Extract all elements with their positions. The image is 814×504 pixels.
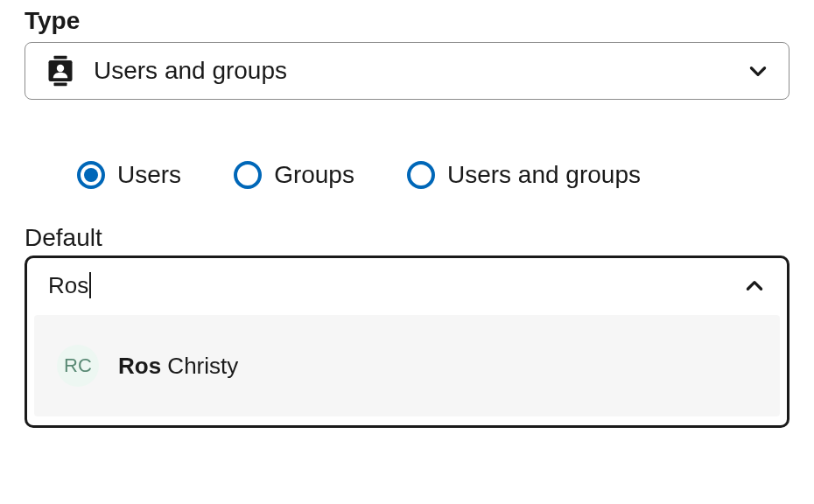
text-cursor — [89, 272, 91, 298]
type-select[interactable]: Users and groups — [25, 42, 789, 100]
radio-indicator — [77, 161, 105, 189]
radio-groups[interactable]: Groups — [234, 161, 354, 189]
radio-label-users-and-groups: Users and groups — [447, 161, 641, 189]
radio-users[interactable]: Users — [77, 161, 181, 189]
dropdown-item-name: Ros Christy — [118, 353, 238, 380]
dropdown-item[interactable]: RC Ros Christy — [48, 340, 766, 392]
radio-group: Users Groups Users and groups — [77, 161, 789, 189]
radio-users-and-groups[interactable]: Users and groups — [407, 161, 641, 189]
type-label: Type — [25, 7, 789, 35]
default-input-value: Ros — [48, 272, 88, 298]
dropdown-item-match: Ros — [118, 353, 161, 379]
avatar: RC — [57, 345, 99, 387]
radio-indicator — [407, 161, 435, 189]
contacts-icon — [45, 55, 76, 87]
default-input[interactable]: Ros — [48, 272, 743, 299]
chevron-up-icon[interactable] — [743, 275, 766, 298]
svg-rect-0 — [54, 56, 67, 60]
radio-label-users: Users — [117, 161, 181, 189]
radio-label-groups: Groups — [274, 161, 354, 189]
chevron-down-icon — [747, 60, 769, 82]
dropdown-item-rest: Christy — [161, 353, 238, 379]
type-select-value: Users and groups — [94, 57, 747, 85]
default-label: Default — [25, 224, 789, 252]
combo-input-row: Ros — [27, 258, 787, 308]
radio-indicator — [234, 161, 262, 189]
dropdown-panel: RC Ros Christy — [34, 315, 780, 416]
avatar-initials: RC — [64, 354, 92, 377]
default-combobox[interactable]: Ros RC Ros Christy — [25, 256, 789, 428]
svg-point-3 — [57, 65, 64, 72]
svg-rect-2 — [54, 83, 67, 87]
